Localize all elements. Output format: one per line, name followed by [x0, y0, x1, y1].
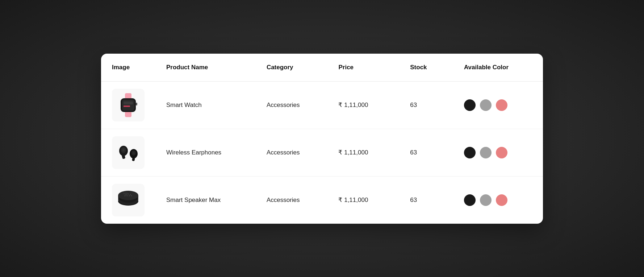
- svg-rect-1: [125, 111, 131, 117]
- product-name-cell: Smart Watch: [155, 81, 256, 129]
- svg-point-24: [125, 195, 126, 196]
- product-image-watch: [112, 89, 145, 121]
- product-image-cell-3: [101, 176, 155, 224]
- svg-point-18: [118, 191, 138, 200]
- product-category-cell: Accessories: [256, 81, 328, 129]
- color-dot-pink[interactable]: [496, 147, 507, 158]
- product-table: Image Product Name Category Price Stock …: [101, 54, 543, 224]
- product-price-cell: ₹ 1,11,000: [327, 176, 399, 224]
- product-color-cell: [453, 176, 543, 224]
- svg-point-13: [133, 152, 135, 154]
- table-row: Wireless EarphonesAccessories₹ 1,11,0006…: [101, 129, 543, 176]
- product-color-cell: [453, 129, 543, 176]
- table-row: Smart Speaker MaxAccessories₹ 1,11,00063: [101, 176, 543, 224]
- svg-rect-6: [136, 103, 137, 106]
- color-dots-container: [464, 194, 532, 206]
- product-table-container: Image Product Name Category Price Stock …: [101, 54, 543, 224]
- color-dot-gray[interactable]: [480, 147, 492, 158]
- product-stock-cell: 63: [399, 129, 453, 176]
- col-header-image: Image: [101, 54, 155, 82]
- svg-rect-3: [122, 100, 134, 111]
- product-name-cell: Smart Speaker Max: [155, 176, 256, 224]
- color-dot-gray[interactable]: [480, 99, 492, 111]
- product-price-cell: ₹ 1,11,000: [327, 81, 399, 129]
- color-dots-container: [464, 99, 532, 111]
- svg-point-26: [123, 193, 129, 195]
- product-category-cell: Accessories: [256, 129, 328, 176]
- color-dot-black[interactable]: [464, 99, 476, 111]
- col-header-color: Available Color: [453, 54, 543, 82]
- color-dot-gray[interactable]: [480, 194, 492, 206]
- svg-point-22: [127, 195, 128, 196]
- color-dot-pink[interactable]: [496, 194, 507, 206]
- svg-rect-0: [125, 93, 131, 99]
- svg-point-9: [122, 149, 125, 151]
- product-name-cell: Wireless Earphones: [155, 129, 256, 176]
- svg-point-21: [130, 194, 131, 195]
- color-dots-container: [464, 147, 532, 158]
- col-header-stock: Stock: [399, 54, 453, 82]
- product-image-cell-1: [101, 81, 155, 129]
- svg-rect-5: [124, 106, 130, 107]
- product-image-earphones: [112, 136, 145, 169]
- product-image-cell-2: [101, 129, 155, 176]
- svg-rect-4: [124, 102, 133, 104]
- product-image-speaker: [112, 184, 145, 216]
- table-header-row: Image Product Name Category Price Stock …: [101, 54, 543, 82]
- product-stock-cell: 63: [399, 176, 453, 224]
- col-header-name: Product Name: [155, 54, 256, 82]
- product-price-cell: ₹ 1,11,000: [327, 129, 399, 176]
- product-category-cell: Accessories: [256, 176, 328, 224]
- product-color-cell: [453, 81, 543, 129]
- svg-point-25: [131, 195, 132, 196]
- color-dot-black[interactable]: [464, 194, 476, 206]
- table-row: Smart WatchAccessories₹ 1,11,00063: [101, 81, 543, 129]
- col-header-category: Category: [256, 54, 328, 82]
- product-stock-cell: 63: [399, 81, 453, 129]
- col-header-price: Price: [327, 54, 399, 82]
- color-dot-black[interactable]: [464, 147, 476, 158]
- svg-point-23: [129, 195, 130, 196]
- color-dot-pink[interactable]: [496, 99, 507, 111]
